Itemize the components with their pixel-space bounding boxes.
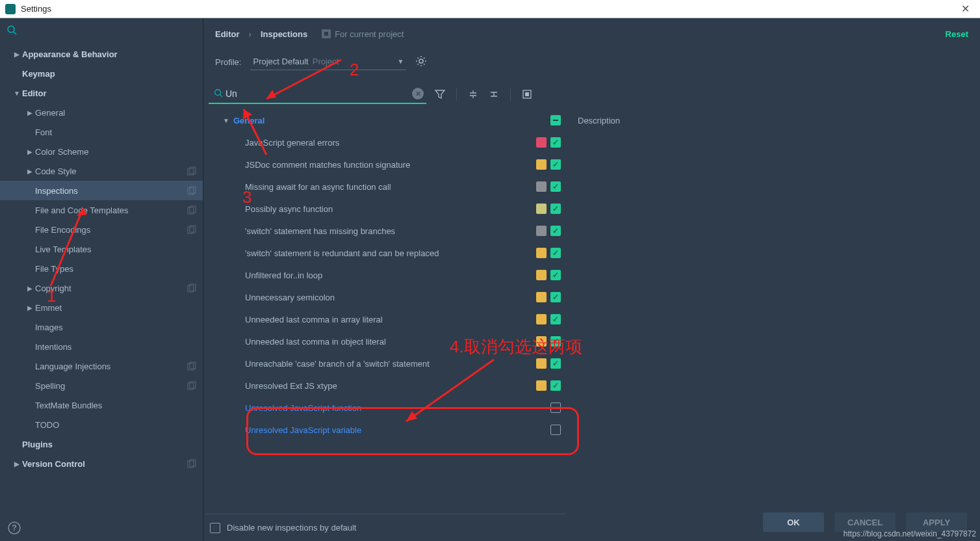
severity-icon bbox=[536, 270, 547, 280]
inspection-item[interactable]: Unreachable 'case' branch of a 'switch' … bbox=[206, 352, 566, 375]
inspection-checkbox[interactable] bbox=[550, 292, 561, 302]
sidebar-item-emmet[interactable]: Emmet bbox=[0, 298, 203, 317]
breadcrumb-editor[interactable]: Editor bbox=[215, 29, 240, 39]
disable-new-checkbox[interactable] bbox=[210, 523, 220, 533]
severity-icon bbox=[536, 248, 547, 258]
inspection-checkbox[interactable] bbox=[550, 425, 561, 435]
sidebar-item-textmate-bundles[interactable]: TextMate Bundles bbox=[0, 395, 203, 415]
inspection-item[interactable]: Possibly async function bbox=[206, 198, 566, 220]
inspection-item[interactable]: Unfiltered for..in loop bbox=[206, 264, 566, 286]
description-title: Description bbox=[578, 116, 620, 125]
scope-icon bbox=[187, 186, 196, 195]
svg-text:?: ? bbox=[12, 523, 17, 533]
for-project-label: For current project bbox=[322, 29, 404, 39]
scope-icon bbox=[187, 166, 196, 176]
sidebar-item-font[interactable]: Font bbox=[0, 122, 203, 142]
sidebar-search-icon[interactable] bbox=[0, 18, 203, 44]
sidebar-item-appearance-behavior[interactable]: Appearance & Behavior bbox=[0, 44, 203, 64]
inspection-checkbox[interactable] bbox=[550, 314, 561, 324]
inspection-checkbox[interactable] bbox=[550, 204, 561, 214]
inspection-checkbox[interactable] bbox=[550, 358, 561, 369]
inspection-checkbox[interactable] bbox=[550, 159, 561, 170]
inspection-item[interactable]: 'switch' statement is redundant and can … bbox=[206, 242, 566, 264]
disable-new-row[interactable]: Disable new inspections by default bbox=[206, 514, 566, 541]
inspection-checkbox[interactable] bbox=[550, 137, 561, 148]
window-title: Settings bbox=[21, 4, 51, 14]
inspection-search[interactable]: ✕ bbox=[209, 85, 426, 104]
sidebar-item-file-encodings[interactable]: File Encodings bbox=[0, 220, 203, 239]
breadcrumb-inspections: Inspections bbox=[261, 29, 307, 39]
disable-new-label: Disable new inspections by default bbox=[227, 523, 356, 533]
inspection-item[interactable]: Missing await for an async function call bbox=[206, 176, 566, 198]
inspection-item[interactable]: Unresolved JavaScript variable bbox=[206, 419, 566, 441]
sidebar-item-copyright[interactable]: Copyright bbox=[0, 278, 203, 298]
inspection-checkbox[interactable] bbox=[550, 226, 561, 236]
sidebar-item-spelling[interactable]: Spelling bbox=[0, 376, 203, 395]
reset-layout-icon[interactable] bbox=[520, 87, 534, 101]
breadcrumb-sep: › bbox=[249, 29, 251, 39]
sidebar-item-version-control[interactable]: Version Control bbox=[0, 454, 203, 473]
inspection-item[interactable]: Unneeded last comma in array literal bbox=[206, 308, 566, 330]
inspection-checkbox[interactable] bbox=[550, 402, 561, 413]
severity-icon bbox=[536, 137, 547, 148]
sidebar-item-todo[interactable]: TODO bbox=[0, 415, 203, 434]
severity-icon bbox=[536, 336, 547, 347]
chevron-down-icon: ▼ bbox=[398, 58, 404, 65]
collapse-all-icon[interactable] bbox=[487, 87, 501, 101]
inspection-checkbox[interactable] bbox=[550, 336, 561, 347]
svg-line-1 bbox=[14, 32, 16, 34]
inspection-item[interactable]: 'switch' statement has missing branches bbox=[206, 220, 566, 242]
inspection-item[interactable]: JSDoc comment matches function signature bbox=[206, 153, 566, 176]
help-icon[interactable]: ? bbox=[0, 515, 203, 541]
inspection-list[interactable]: ▼GeneralJavaScript general errorsJSDoc c… bbox=[206, 109, 566, 514]
sidebar-item-general[interactable]: General bbox=[0, 103, 203, 122]
sidebar-item-live-templates[interactable]: Live Templates bbox=[0, 239, 203, 259]
scope-icon bbox=[187, 362, 196, 371]
svg-line-24 bbox=[220, 94, 223, 97]
gear-icon[interactable] bbox=[415, 55, 427, 69]
inspection-group-general[interactable]: ▼General bbox=[206, 109, 566, 131]
inspection-item[interactable]: Unresolved JavaScript function bbox=[206, 397, 566, 419]
inspection-item[interactable]: Unneeded last comma in object literal bbox=[206, 330, 566, 352]
sidebar-item-intentions[interactable]: Intentions bbox=[0, 337, 203, 356]
sidebar-item-inspections[interactable]: Inspections bbox=[0, 181, 203, 200]
sidebar-item-color-scheme[interactable]: Color Scheme bbox=[0, 142, 203, 161]
ok-button[interactable]: OK bbox=[763, 512, 824, 532]
severity-icon bbox=[536, 204, 547, 214]
svg-point-0 bbox=[8, 26, 14, 33]
inspection-checkbox[interactable] bbox=[550, 380, 561, 391]
severity-icon bbox=[536, 314, 547, 324]
inspection-checkbox[interactable] bbox=[550, 181, 561, 192]
profile-select[interactable]: Project Default Project ▼ bbox=[250, 53, 406, 70]
close-icon[interactable]: ✕ bbox=[956, 3, 975, 15]
sidebar: Appearance & BehaviorKeymapEditorGeneral… bbox=[0, 18, 203, 541]
inspection-item[interactable]: Unnecessary semicolon bbox=[206, 286, 566, 308]
sidebar-item-code-style[interactable]: Code Style bbox=[0, 161, 203, 181]
inspection-checkbox[interactable] bbox=[550, 248, 561, 258]
inspection-search-input[interactable] bbox=[226, 88, 412, 99]
scope-icon bbox=[187, 205, 196, 215]
inspection-item[interactable]: JavaScript general errors bbox=[206, 131, 566, 153]
sidebar-item-file-types[interactable]: File Types bbox=[0, 259, 203, 278]
sidebar-item-plugins[interactable]: Plugins bbox=[0, 434, 203, 454]
expand-all-icon[interactable] bbox=[466, 87, 480, 101]
description-panel: Description bbox=[566, 109, 980, 541]
scope-icon bbox=[187, 225, 196, 234]
inspection-item[interactable]: Unresolved Ext JS xtype bbox=[206, 375, 566, 397]
sidebar-item-language-injections[interactable]: Language Injections bbox=[0, 356, 203, 376]
sidebar-item-images[interactable]: Images bbox=[0, 317, 203, 337]
filter-icon[interactable] bbox=[433, 87, 447, 101]
group-checkbox[interactable] bbox=[550, 115, 561, 125]
inspection-checkbox[interactable] bbox=[550, 270, 561, 280]
svg-point-22 bbox=[419, 59, 423, 63]
svg-rect-26 bbox=[525, 92, 529, 96]
sidebar-item-file-and-code-templates[interactable]: File and Code Templates bbox=[0, 200, 203, 220]
sidebar-item-editor[interactable]: Editor bbox=[0, 83, 203, 103]
severity-icon bbox=[536, 159, 547, 170]
search-icon bbox=[214, 88, 223, 99]
settings-tree[interactable]: Appearance & BehaviorKeymapEditorGeneral… bbox=[0, 44, 203, 515]
profile-row: Profile: Project Default Project ▼ bbox=[203, 49, 980, 79]
sidebar-item-keymap[interactable]: Keymap bbox=[0, 64, 203, 83]
clear-search-icon[interactable]: ✕ bbox=[412, 88, 424, 99]
reset-link[interactable]: Reset bbox=[946, 29, 968, 39]
